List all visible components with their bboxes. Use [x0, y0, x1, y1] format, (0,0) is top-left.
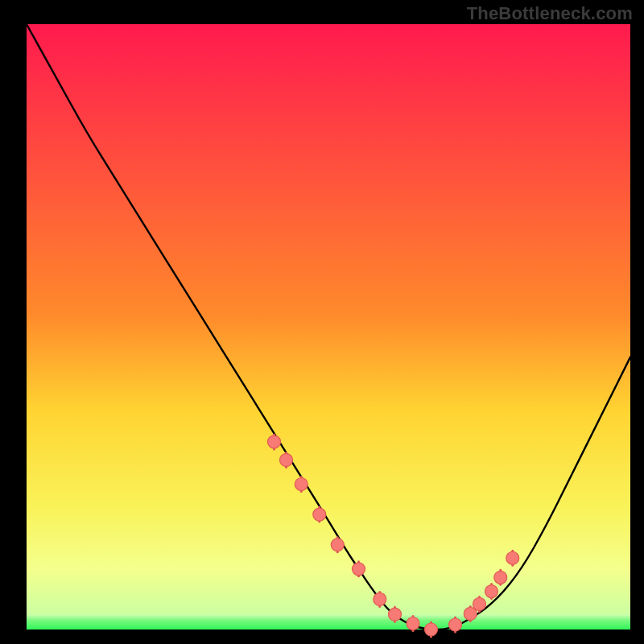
- marker-dot: [407, 617, 419, 630]
- marker-dot: [425, 623, 438, 636]
- marker-dot: [485, 585, 498, 598]
- marker-dot: [374, 592, 386, 605]
- marker-dot: [313, 508, 326, 521]
- marker-dot: [280, 453, 293, 466]
- bottleneck-chart: [0, 0, 644, 644]
- marker-dot: [494, 571, 507, 584]
- marker-dot: [506, 551, 519, 564]
- chart-stage: TheBottleneck.com: [0, 0, 644, 644]
- marker-dot: [331, 539, 344, 551]
- marker-dot: [449, 618, 462, 631]
- marker-dot: [473, 597, 486, 610]
- marker-dot: [268, 436, 281, 448]
- marker-dot: [295, 478, 308, 491]
- green-optimal-band: [27, 615, 630, 630]
- marker-dot: [389, 608, 402, 621]
- marker-dot: [353, 563, 365, 576]
